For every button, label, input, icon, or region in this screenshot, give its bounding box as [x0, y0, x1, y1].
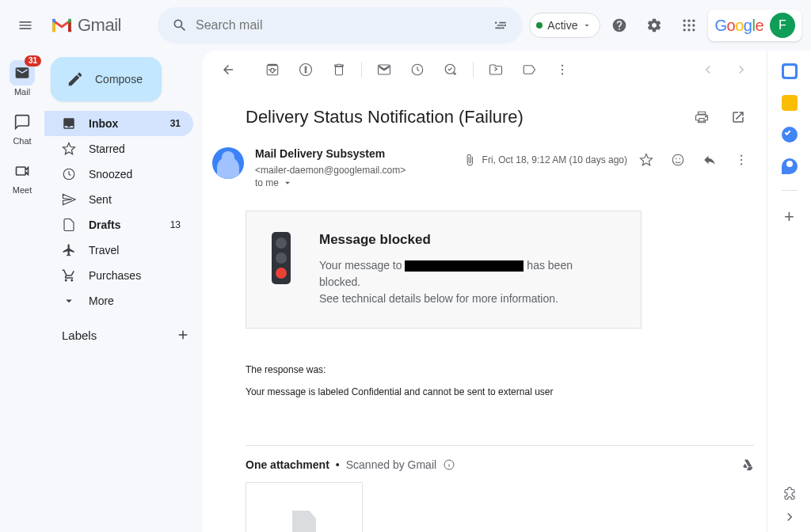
from-email: <mailer-daemon@googlemail.com>	[255, 165, 406, 176]
collapse-panel-button[interactable]	[782, 510, 797, 524]
sidebar: Compose Inbox31StarredSnoozedSentDrafts1…	[44, 51, 203, 532]
download-drive-button[interactable]	[741, 458, 754, 471]
open-new-window-button[interactable]	[722, 101, 754, 133]
settings-button[interactable]	[638, 10, 670, 41]
folder-more[interactable]: More	[44, 288, 193, 314]
svg-point-9	[683, 28, 686, 31]
reply-button[interactable]	[697, 147, 722, 173]
older-button[interactable]	[692, 54, 724, 86]
addon-icon[interactable]	[782, 486, 797, 500]
add-task-button[interactable]	[435, 54, 466, 86]
blocked-line-1: Your message to has been blocked.	[319, 257, 615, 291]
move-button[interactable]	[480, 54, 512, 86]
folder-sent[interactable]: Sent	[44, 187, 193, 212]
account-switcher[interactable]: Google F	[708, 10, 801, 41]
svg-point-4	[688, 20, 691, 22]
chevron-down-icon	[582, 21, 592, 30]
message-toolbar	[203, 51, 767, 89]
app-header: Gmail Active Google F	[0, 0, 811, 51]
svg-point-10	[688, 28, 691, 31]
search-options-icon[interactable]	[485, 10, 516, 41]
main-panel: Delivery Status Notification (Failure) M…	[203, 51, 767, 532]
svg-point-11	[693, 28, 695, 31]
traffic-light-icon	[272, 232, 291, 284]
message-date: Fri, Oct 18, 9:12 AM (10 days ago)	[482, 154, 627, 165]
spam-button[interactable]	[290, 54, 322, 86]
mail-icon	[14, 65, 30, 81]
bounce-notice: Message blocked Your message to has been…	[246, 211, 642, 329]
add-label-button[interactable]	[176, 328, 190, 342]
search-icon[interactable]	[164, 10, 196, 41]
calendar-addon[interactable]	[782, 63, 798, 79]
status-dot-icon	[536, 22, 543, 28]
file-icon	[292, 511, 316, 532]
back-button[interactable]	[212, 54, 244, 86]
more-button[interactable]	[546, 54, 578, 86]
support-button[interactable]	[603, 10, 635, 41]
svg-point-19	[676, 158, 677, 160]
main-menu-button[interactable]	[6, 6, 44, 44]
svg-point-7	[688, 24, 691, 26]
folder-purchases[interactable]: Purchases	[44, 263, 193, 288]
message-more-button[interactable]	[729, 147, 754, 173]
contacts-addon[interactable]	[782, 158, 798, 174]
newer-button[interactable]	[725, 54, 757, 86]
chevron-down-icon	[282, 177, 293, 188]
folder-snoozed[interactable]: Snoozed	[44, 162, 193, 187]
folder-travel[interactable]: Travel	[44, 238, 193, 263]
rail-meet[interactable]: Meet	[0, 155, 44, 198]
svg-point-17	[562, 73, 563, 74]
to-dropdown[interactable]: to me	[255, 177, 452, 188]
snooze-button[interactable]	[402, 54, 433, 86]
labels-button[interactable]	[513, 54, 545, 86]
attachment-tile[interactable]: noname	[246, 482, 363, 532]
redacted-address	[405, 260, 524, 272]
technical-response: The response was: Your message is labele…	[246, 362, 754, 401]
search-input[interactable]	[196, 18, 485, 32]
svg-point-8	[693, 24, 695, 26]
folder-drafts[interactable]: Drafts13	[44, 212, 193, 238]
rail-chat[interactable]: Chat	[0, 106, 44, 149]
svg-point-21	[741, 155, 742, 157]
delete-button[interactable]	[323, 54, 355, 86]
app-rail: 31 Mail Chat Meet	[0, 51, 44, 532]
attachment-count: One attachment	[246, 458, 329, 471]
svg-point-16	[562, 69, 563, 70]
svg-point-0	[495, 21, 497, 24]
compose-button[interactable]: Compose	[51, 57, 162, 101]
folder-starred[interactable]: Starred	[44, 136, 193, 162]
svg-point-3	[683, 20, 686, 22]
avatar[interactable]: F	[770, 13, 795, 38]
get-addons-button[interactable]: +	[784, 207, 794, 227]
svg-point-23	[741, 163, 742, 165]
react-button[interactable]	[665, 147, 691, 173]
from-name: Mail Delivery Subsystem	[255, 147, 385, 160]
mark-unread-button[interactable]	[368, 54, 400, 86]
pencil-icon	[67, 70, 84, 88]
folder-inbox[interactable]: Inbox31	[44, 111, 193, 136]
tasks-addon[interactable]	[782, 127, 798, 142]
rail-mail[interactable]: 31 Mail	[0, 57, 44, 100]
print-button[interactable]	[686, 101, 718, 133]
svg-point-20	[680, 158, 681, 160]
google-logo: Google	[714, 17, 763, 35]
svg-point-22	[741, 159, 742, 161]
svg-point-6	[683, 24, 686, 26]
mail-badge: 31	[25, 55, 41, 66]
svg-point-5	[693, 20, 695, 22]
keep-addon[interactable]	[782, 95, 798, 111]
status-chip[interactable]: Active	[529, 13, 600, 38]
side-panel: +	[767, 51, 811, 532]
status-label: Active	[547, 19, 577, 32]
svg-point-15	[562, 65, 563, 66]
labels-header: Labels	[44, 314, 203, 342]
blocked-line-2: See technical details below for more inf…	[319, 291, 615, 307]
blocked-title: Message blocked	[319, 232, 615, 248]
star-button[interactable]	[634, 147, 659, 173]
archive-button[interactable]	[257, 54, 288, 86]
apps-button[interactable]	[673, 10, 705, 41]
scanned-label: Scanned by Gmail	[346, 458, 436, 471]
search-bar[interactable]	[158, 7, 523, 44]
info-icon[interactable]	[443, 458, 455, 471]
gmail-logo[interactable]: Gmail	[51, 15, 145, 36]
